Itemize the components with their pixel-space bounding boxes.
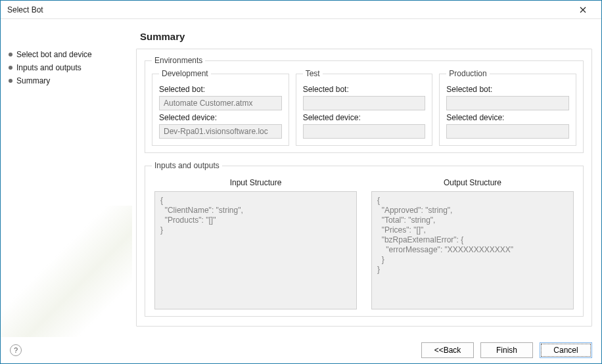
dialog-window: Select Bot Select bot and device Inputs …	[0, 0, 602, 364]
env-production: Production Selected bot: Selected device…	[439, 69, 576, 146]
selected-bot-value	[303, 96, 426, 110]
titlebar: Select Bot	[1, 1, 601, 19]
wizard-sidebar: Select bot and device Inputs and outputs…	[1, 19, 132, 337]
step-bullet-icon	[9, 66, 12, 70]
main-content: Summary Environments Development Selecte…	[132, 19, 601, 337]
step-bullet-icon	[9, 53, 12, 57]
input-structure-text: { "ClientName": "string", "Products": "[…	[154, 191, 357, 309]
close-icon	[580, 7, 586, 13]
selected-device-label: Selected device:	[446, 113, 569, 122]
env-development: Development Selected bot: Automate Custo…	[152, 69, 289, 146]
window-title: Select Bot	[7, 5, 570, 14]
step-bullet-icon	[9, 79, 12, 83]
selected-bot-value: Automate Customer.atmx	[159, 96, 282, 110]
io-group: Inputs and outputs Input Structure { "Cl…	[145, 161, 584, 317]
cancel-button[interactable]: Cancel	[540, 342, 592, 358]
selected-bot-value	[446, 96, 569, 110]
selected-bot-label: Selected bot:	[303, 85, 426, 94]
selected-device-value: Dev-Rpa01.visionsoftware.loc	[159, 124, 282, 139]
selected-device-value	[446, 124, 569, 139]
output-structure-col: Output Structure { "Approved": "string",…	[371, 177, 574, 309]
environments-group: Environments Development Selected bot: A…	[145, 56, 584, 153]
selected-device-value	[303, 124, 426, 139]
io-row: Input Structure { "ClientName": "string"…	[152, 174, 576, 309]
environments-legend: Environments	[152, 56, 205, 65]
wizard-step[interactable]: Summary	[9, 74, 132, 87]
summary-panel: Environments Development Selected bot: A…	[136, 49, 592, 327]
back-button[interactable]: <<Back	[421, 342, 474, 358]
output-structure-title: Output Structure	[371, 178, 574, 187]
step-label: Inputs and outputs	[16, 63, 81, 72]
io-legend: Inputs and outputs	[152, 161, 222, 170]
input-structure-title: Input Structure	[154, 178, 357, 187]
selected-bot-label: Selected bot:	[159, 85, 282, 94]
env-legend: Development	[159, 69, 211, 78]
input-structure-col: Input Structure { "ClientName": "string"…	[154, 177, 357, 309]
step-label: Select bot and device	[16, 50, 92, 59]
env-legend: Test	[303, 69, 323, 78]
close-button[interactable]	[570, 1, 596, 19]
step-label: Summary	[16, 76, 50, 85]
selected-bot-label: Selected bot:	[446, 85, 569, 94]
env-legend: Production	[446, 69, 489, 78]
wizard-step[interactable]: Select bot and device	[9, 48, 132, 61]
finish-button[interactable]: Finish	[480, 342, 533, 358]
dialog-footer: ? <<Back Finish Cancel	[1, 337, 601, 363]
page-heading: Summary	[140, 31, 592, 42]
selected-device-label: Selected device:	[159, 113, 282, 122]
help-icon: ?	[14, 346, 18, 354]
dialog-body: Select bot and device Inputs and outputs…	[1, 19, 601, 337]
output-structure-text: { "Approved": "string", "Total": "string…	[371, 191, 574, 309]
env-test: Test Selected bot: Selected device:	[296, 69, 433, 146]
wizard-step[interactable]: Inputs and outputs	[9, 61, 132, 74]
help-button[interactable]: ?	[10, 344, 22, 356]
environments-row: Development Selected bot: Automate Custo…	[152, 69, 576, 146]
selected-device-label: Selected device:	[303, 113, 426, 122]
